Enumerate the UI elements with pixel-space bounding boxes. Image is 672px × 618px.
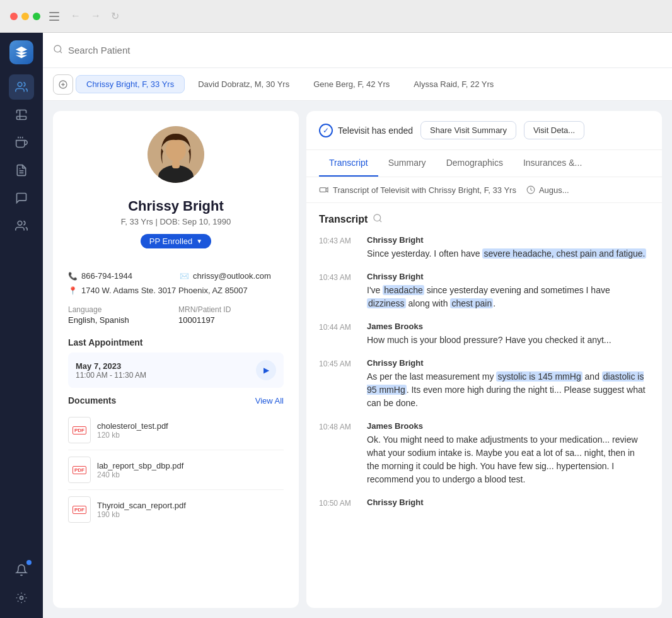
doc-size-0: 120 kb bbox=[97, 431, 168, 440]
document-item-2[interactable]: PDF Thyroid_scan_report.pdf 190 kb bbox=[68, 490, 284, 529]
msg-time-1: 10:43 AM bbox=[319, 272, 359, 310]
patient-meta: F, 33 Yrs | DOB: Sep 10, 1990 bbox=[68, 217, 284, 226]
transcript-source: Transcript of Televisit with Chrissy Bri… bbox=[319, 185, 516, 195]
message-4: 10:48 AM James Brooks Ok. You might need… bbox=[319, 421, 649, 486]
contact-address: 📍 1740 W. Adams Ste. 3017 Phoenix, AZ 85… bbox=[68, 286, 284, 295]
share-visit-summary-button[interactable]: Share Visit Summary bbox=[420, 121, 516, 139]
add-patient-tab-button[interactable] bbox=[53, 74, 73, 95]
msg-time-3: 10:45 AM bbox=[319, 358, 359, 410]
sidebar-item-documents[interactable] bbox=[9, 158, 34, 183]
msg-body-2: James Brooks How much is your blood pres… bbox=[367, 322, 649, 347]
visit-panel: ✓ Televisit has ended Share Visit Summar… bbox=[306, 111, 662, 608]
patient-tab-1[interactable]: David Dobratz, M, 30 Yrs bbox=[187, 75, 300, 93]
sidebar-item-patients[interactable] bbox=[9, 74, 34, 100]
svg-line-12 bbox=[60, 51, 62, 53]
pp-enrolled-badge[interactable]: PP Enrolled ▼ bbox=[141, 234, 211, 248]
svg-point-9 bbox=[18, 221, 22, 226]
visit-header: ✓ Televisit has ended Share Visit Summar… bbox=[306, 111, 662, 150]
notification-badge bbox=[26, 560, 32, 565]
svg-rect-2 bbox=[49, 20, 59, 21]
transcript-search-icon[interactable] bbox=[373, 213, 383, 225]
msg-text-3: As per the last measurement my systolic … bbox=[367, 370, 649, 410]
msg-time-4: 10:48 AM bbox=[319, 421, 359, 486]
pdf-icon-2: PDF bbox=[68, 496, 91, 523]
search-bar bbox=[43, 33, 672, 68]
visit-tab-demographics[interactable]: Demographics bbox=[436, 150, 513, 177]
maximize-dot[interactable] bbox=[33, 13, 40, 20]
visit-details-button[interactable]: Visit Deta... bbox=[524, 121, 584, 139]
msg-sender-2: James Brooks bbox=[367, 322, 649, 331]
sidebar-item-settings[interactable] bbox=[9, 585, 34, 610]
address-value: 1740 W. Adams Ste. 3017 Phoenix, AZ 8500… bbox=[81, 286, 248, 295]
doc-name-2: Thyroid_scan_report.pdf bbox=[97, 501, 186, 510]
transcript-time: Augus... bbox=[526, 185, 569, 195]
contact-phone: 📞 866-794-1944 bbox=[68, 271, 172, 281]
panels-area: Chrissy Bright F, 33 Yrs | DOB: Sep 10, … bbox=[43, 101, 672, 618]
sidebar-item-lab[interactable] bbox=[9, 102, 34, 127]
msg-sender-1: Chrissy Bright bbox=[367, 272, 649, 281]
visit-tab-transcript[interactable]: Transcript bbox=[319, 150, 378, 177]
doc-info-0: cholesterol_test.pdf 120 kb bbox=[97, 421, 168, 440]
close-dot[interactable] bbox=[10, 13, 18, 20]
contact-info: 📞 866-794-1944 ✉️ chrissy@outlook.com 📍 … bbox=[68, 271, 284, 295]
transcript-section: Transcript 10:43 AM Chrissy Bright Since… bbox=[306, 203, 662, 608]
msg-time-5: 10:50 AM bbox=[319, 498, 359, 510]
document-item-0[interactable]: PDF cholesterol_test.pdf 120 kb bbox=[68, 411, 284, 450]
svg-rect-17 bbox=[172, 161, 180, 168]
svg-line-21 bbox=[379, 220, 381, 222]
message-3: 10:45 AM Chrissy Bright As per the last … bbox=[319, 358, 649, 410]
visit-tab-summary[interactable]: Summary bbox=[378, 150, 436, 177]
doc-size-1: 240 kb bbox=[97, 470, 183, 479]
svg-point-10 bbox=[20, 597, 23, 600]
language-block: Language English, Spanish bbox=[68, 305, 173, 325]
mrn-label: MRN/Patient ID bbox=[178, 305, 284, 314]
patient-info-grid: Language English, Spanish MRN/Patient ID… bbox=[68, 305, 284, 325]
msg-body-4: James Brooks Ok. You might need to make … bbox=[367, 421, 649, 486]
sidebar-item-messages[interactable] bbox=[9, 185, 34, 211]
app-layout: Chrissy Bright, F, 33 Yrs David Dobratz,… bbox=[0, 33, 672, 618]
transcript-meta: Transcript of Televisit with Chrissy Bri… bbox=[306, 177, 662, 203]
doc-info-2: Thyroid_scan_report.pdf 190 kb bbox=[97, 501, 186, 519]
visit-status: ✓ Televisit has ended bbox=[319, 124, 413, 137]
location-icon: 📍 bbox=[68, 286, 78, 295]
search-input[interactable] bbox=[68, 45, 662, 55]
sidebar-item-team[interactable] bbox=[9, 213, 34, 238]
msg-body-1: Chrissy Bright I've headache since yeste… bbox=[367, 272, 649, 310]
view-all-button[interactable]: View All bbox=[255, 396, 284, 405]
patient-tab-0[interactable]: Chrissy Bright, F, 33 Yrs bbox=[76, 75, 185, 93]
msg-sender-4: James Brooks bbox=[367, 421, 649, 431]
sidebar-toggle-icon[interactable] bbox=[48, 10, 61, 23]
document-item-1[interactable]: PDF lab_report_sbp_dbp.pdf 240 kb bbox=[68, 450, 284, 490]
language-value: English, Spanish bbox=[68, 315, 173, 325]
pdf-icon-1: PDF bbox=[68, 457, 91, 483]
highlight-0-0: severe headache, chest pain and fatigue. bbox=[482, 248, 646, 259]
msg-text-1: I've headache since yesterday evening an… bbox=[367, 284, 649, 310]
sidebar-item-medications[interactable] bbox=[9, 130, 34, 155]
main-content: Chrissy Bright, F, 33 Yrs David Dobratz,… bbox=[43, 33, 672, 618]
msg-text-2: How much is your blood pressure? Have yo… bbox=[367, 334, 649, 347]
sidebar-item-notifications[interactable] bbox=[9, 557, 34, 583]
appointment-row: May 7, 2023 11:00 AM - 11:30 AM ▶ bbox=[68, 353, 284, 388]
video-icon bbox=[319, 185, 329, 195]
visit-tab-insurances[interactable]: Insurances &... bbox=[513, 150, 592, 177]
forward-icon[interactable]: → bbox=[91, 10, 101, 22]
patient-tab-2[interactable]: Gene Berg, F, 42 Yrs bbox=[303, 75, 400, 93]
mrn-block: MRN/Patient ID 10001197 bbox=[178, 305, 284, 325]
reload-icon[interactable]: ↻ bbox=[111, 10, 119, 22]
phone-icon: 📞 bbox=[68, 272, 78, 281]
doc-name-1: lab_report_sbp_dbp.pdf bbox=[97, 461, 183, 470]
nav-arrows: ← → ↻ bbox=[71, 10, 119, 22]
highlight-3-0: systolic is 145 mmHg bbox=[496, 371, 582, 382]
language-label: Language bbox=[68, 305, 173, 314]
svg-point-20 bbox=[374, 214, 381, 221]
back-icon[interactable]: ← bbox=[71, 10, 81, 22]
msg-body-3: Chrissy Bright As per the last measureme… bbox=[367, 358, 649, 410]
patient-tab-3[interactable]: Alyssa Raid, F, 22 Yrs bbox=[403, 75, 504, 93]
svg-point-15 bbox=[166, 139, 186, 161]
minimize-dot[interactable] bbox=[21, 13, 29, 20]
svg-point-3 bbox=[18, 83, 22, 87]
svg-rect-1 bbox=[49, 16, 59, 17]
play-recording-button[interactable]: ▶ bbox=[256, 360, 276, 380]
email-icon: ✉️ bbox=[180, 272, 189, 281]
pp-badge-wrapper: PP Enrolled ▼ bbox=[68, 234, 284, 261]
